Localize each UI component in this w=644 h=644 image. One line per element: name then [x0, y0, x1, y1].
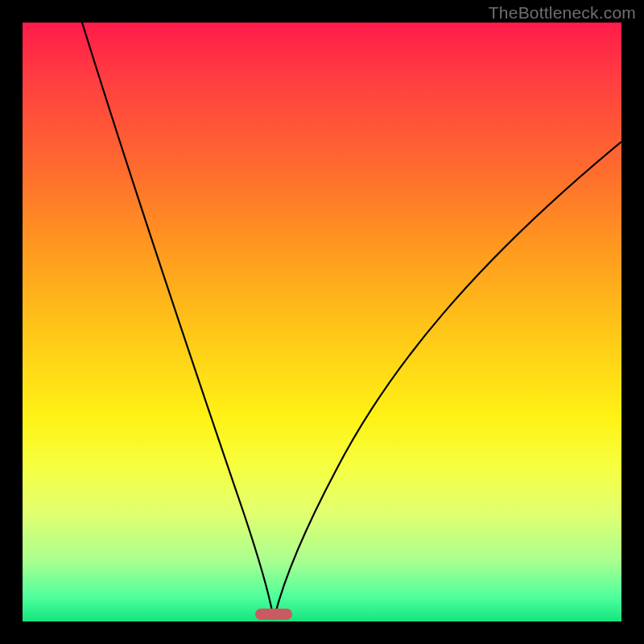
- curve-left-branch: [82, 23, 274, 620]
- watermark-text: TheBottleneck.com: [489, 3, 636, 23]
- plot-area: [23, 23, 621, 621]
- bottleneck-curve: [23, 23, 621, 621]
- chart-frame: TheBottleneck.com: [0, 0, 644, 644]
- curve-right-branch: [274, 142, 621, 620]
- optimal-marker: [255, 609, 292, 620]
